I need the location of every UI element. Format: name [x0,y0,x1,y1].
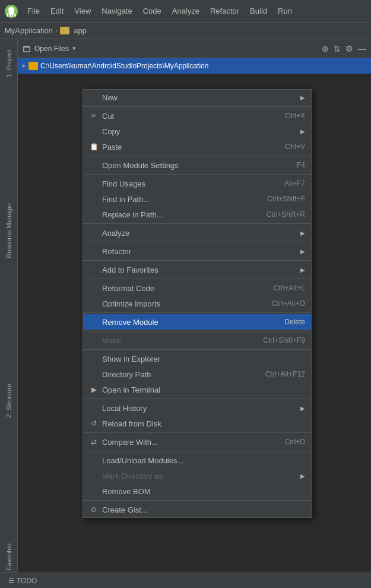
context-menu-item-remove_bom[interactable]: Remove BOM [83,483,311,499]
context-menu-item-optimize_imports[interactable]: Optimize ImportsCtrl+Alt+O [83,296,311,311]
context-menu-item-find_usages[interactable]: Find UsagesAlt+F7 [83,176,311,191]
menu-code[interactable]: Code [138,4,166,18]
layout-icon[interactable]: ⇅ [334,44,341,53]
context-menu-separator [83,399,311,399]
context-menu-separator [83,451,311,451]
context-menu-item-show_in_explorer[interactable]: Show in Explorer [83,351,311,366]
context-menu-separator [83,223,311,224]
project-tree: C:\Users\kumar\AndroidStudioProjects\MyA… [18,58,371,89]
menu-file[interactable]: File [23,4,45,18]
folder-icon [60,27,69,34]
panel-dropdown-arrow[interactable]: ▾ [72,45,76,52]
breadcrumb: MyApplication › app [0,23,371,39]
sidebar-tab-resource-manager[interactable]: Resource Manager [5,198,12,263]
optimize_imports-label: Optimize Imports [102,299,260,308]
analyze-label: Analyze [102,229,297,238]
compare_with-shortcut: Ctrl+D [285,438,305,446]
menu-view[interactable]: View [69,4,96,18]
context-menu-item-create_gist[interactable]: ⊙Create Gist... [83,502,311,517]
reformat_code-label: Reformat Code [102,284,262,293]
context-menu-separator [83,260,311,261]
local_history-label: Local History [102,404,297,413]
add_to_favorites-label: Add to Favorites [102,265,297,274]
remove_module-shortcut: Delete [284,318,305,326]
replace_in_path-icon [89,210,99,219]
context-menu-item-paste[interactable]: 📋PasteCtrl+V [83,139,311,154]
tree-folder-icon [28,62,38,70]
paste-icon: 📋 [89,142,99,151]
remove_bom-icon [89,486,99,496]
breadcrumb-folder[interactable]: app [74,26,87,35]
context-menu-separator [83,312,311,313]
make-shortcut: Ctrl+Shift+F9 [263,336,305,344]
list-icon: ☰ [8,577,14,584]
menu-analyze[interactable]: Analyze [167,4,204,18]
context-menu-item-load_unload_modules[interactable]: Load/Unload Modules... [83,453,311,468]
breadcrumb-project[interactable]: MyApplication [5,26,53,35]
menu-navigate[interactable]: Navigate [97,4,137,18]
local_history-icon [89,403,99,413]
context-menu-item-find_in_path[interactable]: Find in Path...Ctrl+Shift+F [83,191,311,207]
open_in_terminal-icon: ▶ [89,385,99,394]
expand-arrow-icon [21,64,26,68]
context-menu-item-reformat_code[interactable]: Reformat CodeCtrl+Alt+L [83,280,311,296]
context-menu-separator [83,174,311,175]
tree-row-main[interactable]: C:\Users\kumar\AndroidStudioProjects\MyA… [18,58,371,74]
context-menu-separator [83,500,311,501]
globe-icon[interactable]: ⊕ [322,44,329,53]
settings-icon[interactable]: ⚙ [345,44,353,53]
context-menu-separator [83,279,311,279]
context-menu-item-open_module_settings[interactable]: Open Module SettingsF4 [83,157,311,173]
top-menu-bar: File Edit View Navigate Code Analyze Ref… [0,0,371,23]
context-menu-item-directory_path[interactable]: Directory PathCtrl+Alt+F12 [83,366,311,382]
menu-run[interactable]: Run [273,4,297,18]
find_usages-icon [89,179,99,188]
context-menu-item-local_history[interactable]: Local History▶ [83,400,311,416]
show_in_explorer-label: Show in Explorer [102,355,305,363]
create_gist-icon: ⊙ [89,505,99,514]
load_unload_modules-icon [89,456,99,465]
optimize_imports-shortcut: Ctrl+Alt+O [272,299,305,308]
svg-marker-1 [23,64,26,68]
context-menu-separator [83,106,311,107]
menu-edit[interactable]: Edit [46,4,68,18]
menu-build[interactable]: Build [245,4,272,18]
context-menu-separator [83,349,311,350]
context-menu-item-add_to_favorites[interactable]: Add to Favorites▶ [83,262,311,277]
panel-header: Open Files ▾ ⊕ ⇅ ⚙ — [18,39,371,58]
analyze-arrow-icon: ▶ [300,230,305,236]
cut-shortcut: Ctrl+X [285,112,305,120]
sidebar-tab-structure[interactable]: Z: Structure [5,379,12,422]
context-menu-item-open_in_terminal[interactable]: ▶Open in Terminal [83,382,311,397]
tab-todo-label: TODO [17,577,37,585]
context-menu-item-refactor[interactable]: Refactor▶ [83,244,311,259]
context-menu-item-cut[interactable]: ✂CutCtrl+X [83,108,311,124]
create_gist-label: Create Gist... [102,505,305,514]
menu-refactor[interactable]: Refactor [205,4,244,18]
tab-todo[interactable]: ☰ TODO [5,573,40,588]
context-menu-item-reload_from_disk[interactable]: ↺Reload from Disk [83,416,311,431]
copy-icon [89,127,99,136]
cut-label: Cut [102,112,273,121]
context-menu-item-compare_with[interactable]: ⇄Compare With...Ctrl+D [83,434,311,450]
find_in_path-label: Find in Path... [102,195,255,204]
copy-label: Copy [102,127,297,136]
directory_path-shortcut: Ctrl+Alt+F12 [265,370,305,378]
new-label: New [102,93,297,102]
context-menu-item-replace_in_path[interactable]: Replace in Path...Ctrl+Shift+R [83,207,311,222]
minimize-icon[interactable]: — [358,44,366,53]
context-menu-separator [83,156,311,156]
mark_directory_as-label: Mark Directory as [102,472,297,480]
make-icon [89,336,99,345]
copy-arrow-icon: ▶ [300,128,305,135]
open-files-icon [23,45,31,53]
context-menu-item-remove_module[interactable]: Remove ModuleDelete [83,314,311,330]
context-menu-item-analyze[interactable]: Analyze▶ [83,225,311,241]
paste-shortcut: Ctrl+V [285,143,305,151]
open_module_settings-icon [89,160,99,170]
load_unload_modules-label: Load/Unload Modules... [102,456,305,465]
sidebar-tab-project[interactable]: 1: Project [5,45,12,82]
context-menu-item-new[interactable]: New▶ [83,90,311,105]
replace_in_path-label: Replace in Path... [102,210,255,219]
context-menu-item-copy[interactable]: Copy▶ [83,124,311,139]
